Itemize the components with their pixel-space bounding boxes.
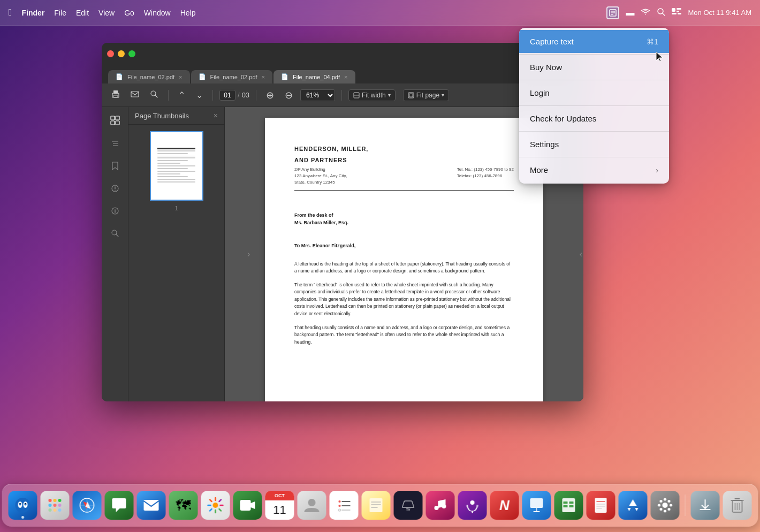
svg-rect-8 bbox=[677, 11, 679, 12]
scroll-left-arrow[interactable]: › bbox=[247, 249, 250, 259]
dropdown-item-check-updates[interactable]: Check for Updates bbox=[519, 107, 669, 130]
help-menu[interactable]: Help bbox=[180, 9, 196, 17]
edit-menu[interactable]: Edit bbox=[76, 9, 89, 17]
dock-item-trash[interactable] bbox=[723, 491, 752, 520]
from-label: From the desk of bbox=[294, 212, 514, 219]
svg-point-33 bbox=[115, 209, 116, 210]
capture-text-label: Capture text bbox=[530, 37, 574, 46]
toolbar: ⌃ ⌄ / 03 ⊕ ⊖ 61% 50% 75% 100% bbox=[102, 83, 583, 107]
dropdown-item-settings[interactable]: Settings bbox=[519, 133, 669, 156]
view-menu[interactable]: View bbox=[98, 9, 115, 17]
dropdown-separator-3 bbox=[519, 105, 669, 106]
dock-item-news[interactable]: N bbox=[490, 491, 519, 520]
dropdown-item-buy-now[interactable]: Buy Now bbox=[519, 56, 669, 79]
sidebar-annotation-icon[interactable] bbox=[109, 182, 121, 197]
dock-item-safari[interactable] bbox=[73, 491, 102, 520]
svg-point-74 bbox=[470, 500, 475, 505]
svg-rect-20 bbox=[409, 94, 413, 97]
svg-rect-84 bbox=[595, 498, 607, 513]
scroll-right-arrow[interactable]: ‹ bbox=[580, 249, 582, 259]
dock-item-mail[interactable] bbox=[137, 491, 166, 520]
zoom-select[interactable]: 61% 50% 75% 100% bbox=[300, 89, 335, 101]
window-titlebar bbox=[102, 43, 583, 64]
svg-rect-12 bbox=[113, 90, 118, 94]
sidebar-outline-icon[interactable] bbox=[109, 137, 121, 152]
tab-3[interactable]: 📄 File_name_04.pdf × bbox=[273, 70, 355, 83]
nav-down-button[interactable]: ⌄ bbox=[193, 88, 206, 102]
dock-item-keynote[interactable] bbox=[522, 491, 551, 520]
dropdown-item-capture-text[interactable]: Capture text ⌘1 bbox=[519, 30, 669, 53]
capture-text-menubar-icon[interactable] bbox=[606, 6, 619, 19]
file-menu[interactable]: File bbox=[54, 9, 66, 17]
dock-separator bbox=[685, 495, 686, 516]
sidebar-thumbnails-icon[interactable] bbox=[108, 113, 122, 130]
tab-1-close[interactable]: × bbox=[179, 74, 182, 80]
svg-point-91 bbox=[664, 510, 666, 513]
sidebar-bookmark-icon[interactable] bbox=[109, 159, 121, 174]
dock-item-notes[interactable] bbox=[362, 491, 391, 520]
svg-point-72 bbox=[435, 506, 439, 510]
dock-item-finder[interactable] bbox=[9, 491, 37, 520]
dock-item-reminders[interactable] bbox=[330, 491, 359, 520]
svg-point-30 bbox=[115, 190, 116, 191]
page-input[interactable] bbox=[219, 90, 235, 101]
close-button[interactable] bbox=[107, 50, 114, 57]
go-menu[interactable]: Go bbox=[124, 9, 134, 17]
svg-rect-9 bbox=[672, 13, 677, 14]
zoom-out-button[interactable]: ⊖ bbox=[282, 87, 296, 103]
svg-line-16 bbox=[155, 95, 157, 97]
pdf-main: Page Thumbnails × bbox=[102, 107, 583, 401]
tab-2-close[interactable]: × bbox=[262, 74, 265, 80]
svg-point-93 bbox=[670, 504, 672, 507]
dock-item-music[interactable] bbox=[426, 491, 455, 520]
control-center-icon[interactable] bbox=[672, 8, 681, 18]
finder-menu[interactable]: Finder bbox=[22, 9, 45, 17]
print-button[interactable] bbox=[108, 88, 123, 102]
dock-item-launchpad[interactable] bbox=[41, 491, 70, 520]
thumbnail-page-1[interactable] bbox=[150, 131, 203, 201]
to-label: To Mrs. Eleanor Fitzgerald, bbox=[294, 242, 514, 250]
minimize-button[interactable] bbox=[118, 50, 125, 57]
tab-3-close[interactable]: × bbox=[344, 74, 347, 80]
dock-item-photos[interactable] bbox=[201, 491, 230, 520]
zoom-in-button[interactable]: ⊕ bbox=[263, 87, 277, 103]
spotlight-icon[interactable] bbox=[657, 7, 665, 18]
fit-width-arrow: ▾ bbox=[388, 92, 391, 98]
tab-1[interactable]: 📄 File_name_02.pdf × bbox=[108, 70, 190, 83]
apple-menu[interactable]:  bbox=[9, 7, 12, 18]
svg-point-36 bbox=[16, 498, 31, 513]
dock-item-podcasts[interactable] bbox=[458, 491, 487, 520]
sidebar-search-icon[interactable] bbox=[109, 227, 121, 242]
dropdown-item-login[interactable]: Login bbox=[519, 81, 669, 104]
dock-item-numbers[interactable] bbox=[554, 491, 583, 520]
fit-width-button[interactable]: Fit width ▾ bbox=[348, 89, 396, 101]
thumbnail-panel-header: Page Thumbnails × bbox=[128, 107, 224, 125]
dock-item-appstore[interactable] bbox=[619, 491, 648, 520]
dropdown-item-more[interactable]: More › bbox=[519, 158, 669, 181]
nav-up-button[interactable]: ⌃ bbox=[175, 88, 188, 102]
tab-2[interactable]: 📄 File_name_02.pdf × bbox=[191, 70, 273, 83]
dock-item-airdrop[interactable] bbox=[691, 491, 720, 520]
sidebar-info-icon[interactable] bbox=[109, 204, 121, 219]
thumbnail-panel-close[interactable]: × bbox=[214, 111, 218, 120]
window-menu[interactable]: Window bbox=[144, 9, 171, 17]
wifi-icon[interactable] bbox=[641, 8, 650, 18]
fit-page-button[interactable]: Fit page ▾ bbox=[403, 89, 449, 101]
svg-rect-13 bbox=[113, 95, 118, 97]
dock-item-calendar[interactable]: OCT 11 bbox=[265, 491, 294, 520]
svg-point-41 bbox=[20, 503, 21, 504]
more-label: More bbox=[530, 165, 548, 174]
email-button[interactable] bbox=[127, 88, 142, 102]
battery-icon[interactable]: ▬ bbox=[626, 8, 634, 18]
dock-item-maps[interactable]: 🗺 bbox=[169, 491, 198, 520]
dock-item-pages[interactable] bbox=[587, 491, 615, 520]
dock-item-facetime[interactable] bbox=[233, 491, 262, 520]
dock-item-contacts[interactable] bbox=[298, 491, 326, 520]
dock-item-appletv[interactable]: TV bbox=[394, 491, 423, 520]
address-line2: 123 Anywhere St., Any City, bbox=[294, 173, 347, 179]
thumbnail-panel: Page Thumbnails × bbox=[128, 107, 225, 401]
search-button[interactable] bbox=[147, 88, 162, 102]
maximize-button[interactable] bbox=[128, 50, 135, 57]
dock-item-messages[interactable] bbox=[105, 491, 134, 520]
dock-item-system-preferences[interactable] bbox=[651, 491, 680, 520]
